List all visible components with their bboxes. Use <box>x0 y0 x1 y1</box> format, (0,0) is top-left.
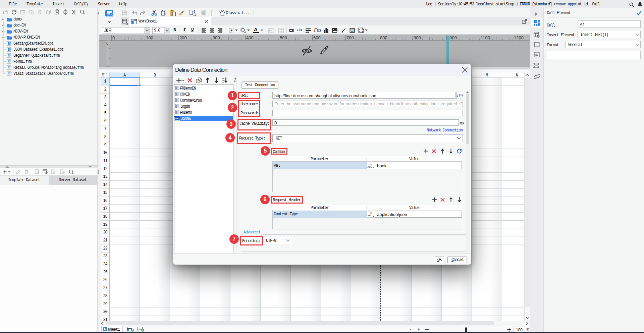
svg-text:ABC: ABC <box>368 166 372 168</box>
svg-text:u: u <box>370 212 372 214</box>
svg-text:u: u <box>370 163 372 166</box>
svg-text:ABC: ABC <box>368 214 372 217</box>
svg-text:json: json <box>174 117 179 120</box>
